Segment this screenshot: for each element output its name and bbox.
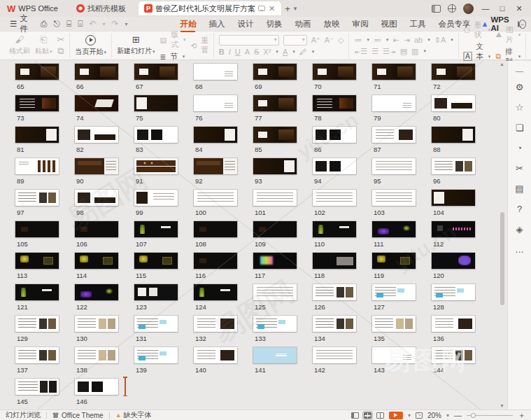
slide-thumbnail[interactable] xyxy=(372,316,416,332)
slide-thumbnail[interactable] xyxy=(313,64,356,80)
slide-thumbnail[interactable] xyxy=(253,253,297,269)
slide-thumbnail[interactable] xyxy=(134,127,178,143)
wps-home-tab[interactable]: W WPS Office xyxy=(3,3,64,15)
slide-thumbnail[interactable] xyxy=(372,284,416,300)
slide-thumbnail[interactable] xyxy=(432,95,475,111)
slide-thumbnail[interactable] xyxy=(15,64,59,80)
slide-thumbnail[interactable] xyxy=(313,158,356,174)
slide-thumbnail[interactable] xyxy=(15,347,59,363)
slide-thumbnail[interactable] xyxy=(194,64,237,80)
undo-icon[interactable]: ↶ xyxy=(89,19,96,29)
missing-fonts-label[interactable]: 缺失字体 xyxy=(124,410,152,420)
minimize-button[interactable]: — xyxy=(481,4,490,13)
slide-thumbnail[interactable] xyxy=(372,127,416,143)
slide-thumbnail[interactable] xyxy=(75,379,118,395)
justify-icon[interactable]: ▤ xyxy=(400,47,407,56)
outdent-icon[interactable]: ⇤ xyxy=(393,36,399,45)
slideshow-chevron-icon[interactable]: ▾ xyxy=(408,412,411,419)
slide-thumbnail[interactable] xyxy=(253,64,297,80)
slide-thumbnail[interactable] xyxy=(134,95,178,111)
tab-active-document[interactable]: P 曾侯乙时代礼乐文明展厅方案 ✕ xyxy=(139,1,281,15)
slide-thumbnail[interactable] xyxy=(372,64,416,80)
slide-thumbnail[interactable] xyxy=(313,95,356,111)
scrollbar-thumb[interactable] xyxy=(500,212,504,305)
slide-thumbnail[interactable] xyxy=(15,253,59,269)
scroll-down-icon[interactable]: ▼ xyxy=(500,403,504,408)
theme-label[interactable]: Office Theme xyxy=(62,412,104,419)
slide-thumbnail[interactable] xyxy=(15,190,59,206)
globe-icon[interactable] xyxy=(448,4,456,13)
align-center-icon[interactable]: ☰ xyxy=(371,47,378,56)
reset-button[interactable]: ⟲重置 xyxy=(190,36,208,55)
menu-动画[interactable]: 动画 xyxy=(288,18,317,31)
increase-font-icon[interactable]: A⁺ xyxy=(311,36,320,45)
slide-thumbnail[interactable] xyxy=(432,64,475,80)
file-menu[interactable]: ☰ 文件 xyxy=(6,13,32,34)
font-size-select[interactable] xyxy=(283,35,307,46)
slide-thumbnail[interactable] xyxy=(134,347,178,363)
columns-icon[interactable]: ▥ xyxy=(411,47,418,56)
slide-thumbnail[interactable] xyxy=(194,127,237,143)
slide-thumbnail[interactable] xyxy=(313,221,356,237)
paste-button[interactable]: ⎗ 粘贴▾ xyxy=(35,35,52,56)
ribbon-expand-chevron-icon[interactable]: ❯ xyxy=(526,33,531,58)
close-tab-icon[interactable]: ✕ xyxy=(268,4,276,13)
zoom-out-button[interactable]: — xyxy=(454,411,462,419)
slide-thumbnail[interactable] xyxy=(253,95,297,111)
export-icon[interactable]: ⎋ xyxy=(53,19,60,29)
slide-thumbnail[interactable] xyxy=(194,316,237,332)
comment-icon[interactable] xyxy=(258,6,265,11)
line-spacing-icon[interactable]: ⇕A xyxy=(434,36,446,45)
slide-thumbnail[interactable] xyxy=(75,221,118,237)
char-spacing-icon[interactable]: A xyxy=(245,48,250,56)
slide-thumbnail[interactable] xyxy=(432,190,475,206)
slide-thumbnail[interactable] xyxy=(134,190,178,206)
more-icon[interactable]: … xyxy=(509,239,530,260)
slide-thumbnail[interactable] xyxy=(134,253,178,269)
sidebar-collapse-icon[interactable]: — xyxy=(509,64,530,77)
print-icon[interactable]: ⌸ xyxy=(66,19,71,29)
maximize-button[interactable]: □ xyxy=(497,4,507,13)
slide-thumbnail[interactable] xyxy=(194,347,237,363)
redo-icon[interactable]: ↷ xyxy=(111,19,118,29)
picture-button[interactable]: ⛰图片▾ xyxy=(495,25,521,45)
play-from-current-button[interactable]: 当页开始▾ xyxy=(75,35,106,57)
slide-thumbnail[interactable] xyxy=(432,221,475,237)
menu-审阅[interactable]: 审阅 xyxy=(346,18,374,31)
superscript-button[interactable]: X² xyxy=(263,48,271,56)
slide-thumbnail[interactable] xyxy=(15,221,59,237)
font-color-button[interactable]: A xyxy=(283,48,288,56)
normal-view-button[interactable] xyxy=(351,412,359,419)
slide-thumbnail[interactable] xyxy=(75,95,118,111)
slide-thumbnail[interactable] xyxy=(75,64,118,80)
slide-thumbnail[interactable] xyxy=(432,127,475,143)
slide-thumbnail[interactable] xyxy=(432,316,475,332)
bold-button[interactable]: B xyxy=(219,48,225,56)
slide-thumbnail[interactable] xyxy=(253,158,297,174)
customize-quickbar-chevron-icon[interactable]: ▾ xyxy=(125,21,127,27)
preview-icon[interactable]: ⌻ xyxy=(78,19,83,29)
animation-icon[interactable]: ◔ xyxy=(509,138,530,158)
slide-thumbnail[interactable] xyxy=(313,190,356,206)
slide-thumbnail[interactable] xyxy=(194,253,237,269)
slide-thumbnail[interactable] xyxy=(134,221,178,237)
underline-button[interactable]: U xyxy=(235,48,241,56)
slide-thumbnail[interactable] xyxy=(194,95,237,111)
slide-sorter-view-button[interactable] xyxy=(364,412,371,419)
menu-插入[interactable]: 插入 xyxy=(202,18,231,31)
format-painter-button[interactable]: 🖌 格式刷 xyxy=(9,35,30,56)
slide-thumbnail[interactable] xyxy=(253,127,297,143)
slide-thumbnail[interactable] xyxy=(372,95,416,111)
slide-thumbnail[interactable] xyxy=(372,347,416,363)
slide-thumbnail[interactable] xyxy=(134,158,178,174)
slide-thumbnail[interactable] xyxy=(15,127,59,143)
menu-工具[interactable]: 工具 xyxy=(403,18,432,31)
slide-thumbnail[interactable] xyxy=(15,284,59,300)
slide-thumbnail[interactable] xyxy=(313,284,356,300)
zoom-chevron-icon[interactable]: ▾ xyxy=(446,412,449,419)
zoom-slider[interactable] xyxy=(467,415,513,416)
reading-view-button[interactable] xyxy=(376,412,384,419)
new-slide-button[interactable]: ⊞ 新建幻灯片▾ xyxy=(117,35,155,56)
slide-thumbnail[interactable] xyxy=(253,347,297,363)
menu-放映[interactable]: 放映 xyxy=(317,18,346,31)
